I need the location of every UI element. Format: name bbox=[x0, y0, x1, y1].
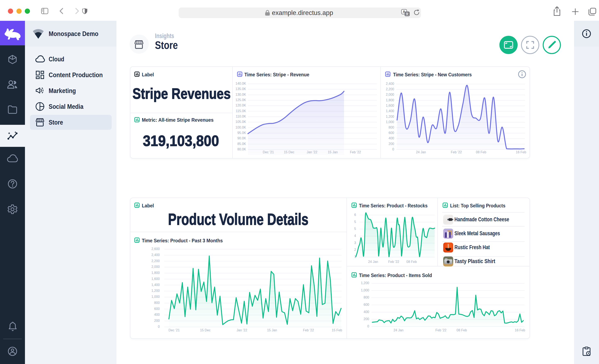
svg-text:319,103,800: 319,103,800 bbox=[143, 132, 219, 149]
svg-text:Product Volume Details: Product Volume Details bbox=[168, 210, 308, 228]
svg-text:Stripe Revenues: Stripe Revenues bbox=[132, 85, 231, 102]
